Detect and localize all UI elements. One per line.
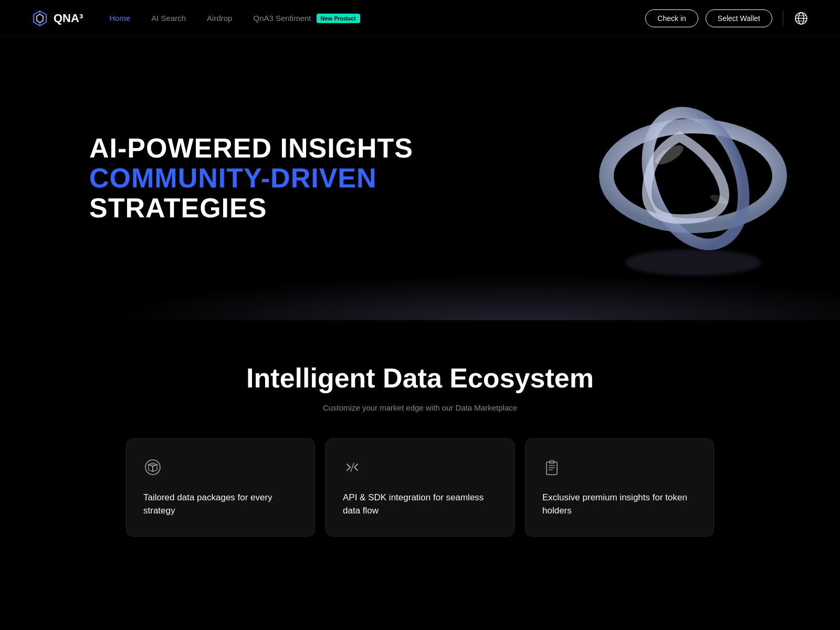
card-3-text: Exclusive premium insights for token hol… xyxy=(542,491,697,517)
nav-right: Check in Select Wallet xyxy=(645,9,808,27)
hero-line2: COMMUNITY-DRIVEN xyxy=(89,163,413,193)
nav-left: QNA³ Home AI Search Airdrop QnA3 Sentime… xyxy=(32,10,360,27)
logo-text: QNA³ xyxy=(54,12,83,25)
select-wallet-button[interactable]: Select Wallet xyxy=(706,9,772,27)
nav-item-airdrop[interactable]: Airdrop xyxy=(207,14,232,23)
new-product-badge: New Product xyxy=(317,14,360,23)
navbar: QNA³ Home AI Search Airdrop QnA3 Sentime… xyxy=(0,0,840,37)
ecosystem-subtitle: Customize your market edge with our Data… xyxy=(32,403,808,412)
nav-item-home[interactable]: Home xyxy=(109,14,130,23)
ring-svg xyxy=(588,74,798,284)
globe-icon[interactable] xyxy=(794,11,808,26)
hero-line3: STRATEGIES xyxy=(89,194,413,224)
card-2-text: API & SDK integration for seamless data … xyxy=(343,491,497,517)
nav-item-sentiment[interactable]: QnA3 Sentiment New Product xyxy=(253,14,360,23)
ecosystem-section: Intelligent Data Ecosystem Customize you… xyxy=(0,320,840,568)
logo[interactable]: QNA³ xyxy=(32,10,83,27)
card-1: Tailored data packages for every strateg… xyxy=(126,438,315,537)
checkin-button[interactable]: Check in xyxy=(645,9,698,27)
hero-visual xyxy=(588,74,798,284)
card-1-text: Tailored data packages for every strateg… xyxy=(143,491,298,517)
hero-section: AI-POWERED INSIGHTS COMMUNITY-DRIVEN STR… xyxy=(0,37,840,320)
nav-item-ai-search[interactable]: AI Search xyxy=(151,14,186,23)
premium-icon xyxy=(542,458,697,479)
svg-point-9 xyxy=(625,249,761,276)
svg-line-16 xyxy=(351,463,354,471)
hero-line1: AI-POWERED INSIGHTS xyxy=(89,133,413,163)
svg-line-15 xyxy=(151,464,155,466)
code-icon xyxy=(343,458,497,479)
cards-row: Tailored data packages for every strateg… xyxy=(32,438,808,537)
nav-divider xyxy=(783,11,783,26)
svg-marker-1 xyxy=(37,14,43,23)
card-2: API & SDK integration for seamless data … xyxy=(326,438,514,537)
package-icon xyxy=(143,458,298,479)
hero-text: AI-POWERED INSIGHTS COMMUNITY-DRIVEN STR… xyxy=(89,133,413,224)
ecosystem-title: Intelligent Data Ecosystem xyxy=(32,362,808,394)
card-3: Exclusive premium insights for token hol… xyxy=(525,438,714,537)
nav-links: Home AI Search Airdrop QnA3 Sentiment Ne… xyxy=(109,14,360,23)
logo-icon xyxy=(32,10,48,27)
